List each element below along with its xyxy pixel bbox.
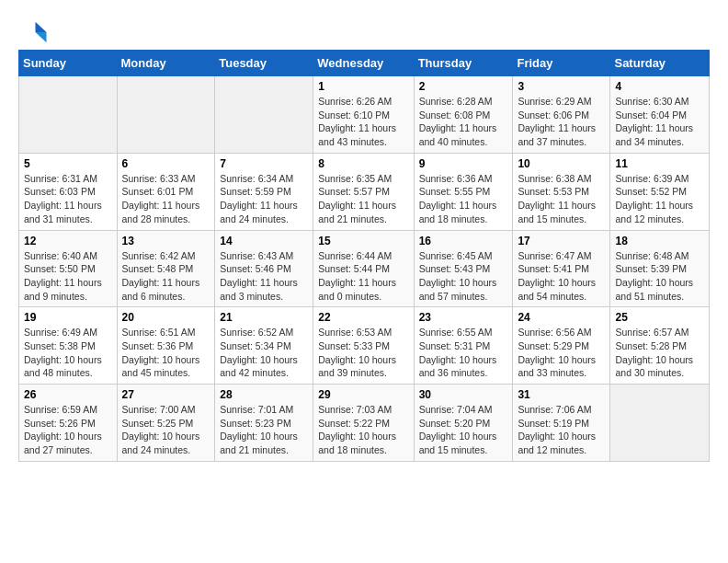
- week-row-1: 1Sunrise: 6:26 AMSunset: 6:10 PMDaylight…: [19, 76, 710, 154]
- day-number: 19: [24, 311, 112, 324]
- day-info: Sunrise: 6:49 AMSunset: 5:38 PMDaylight:…: [24, 326, 112, 380]
- day-info: Sunrise: 6:28 AMSunset: 6:08 PMDaylight:…: [419, 95, 508, 149]
- day-number: 6: [122, 157, 210, 170]
- day-cell: 1Sunrise: 6:26 AMSunset: 6:10 PMDaylight…: [313, 76, 414, 154]
- day-number: 10: [518, 157, 605, 170]
- day-cell: 16Sunrise: 6:45 AMSunset: 5:43 PMDayligh…: [414, 230, 513, 307]
- day-number: 28: [220, 388, 308, 401]
- day-info: Sunrise: 6:51 AMSunset: 5:36 PMDaylight:…: [122, 326, 210, 380]
- day-cell: [117, 76, 215, 154]
- day-info: Sunrise: 6:48 AMSunset: 5:39 PMDaylight:…: [615, 249, 704, 304]
- day-cell: 22Sunrise: 6:53 AMSunset: 5:33 PMDayligh…: [313, 307, 414, 385]
- day-cell: 6Sunrise: 6:33 AMSunset: 6:01 PMDaylight…: [117, 153, 215, 230]
- day-number: 16: [419, 235, 508, 247]
- day-number: 27: [122, 388, 210, 401]
- day-number: 25: [615, 311, 704, 324]
- day-number: 1: [318, 80, 408, 93]
- day-info: Sunrise: 6:55 AMSunset: 5:31 PMDaylight:…: [419, 326, 508, 380]
- day-cell: 5Sunrise: 6:31 AMSunset: 6:03 PMDaylight…: [19, 153, 118, 230]
- col-header-thursday: Thursday: [414, 51, 513, 76]
- day-cell: 30Sunrise: 7:04 AMSunset: 5:20 PMDayligh…: [414, 385, 513, 462]
- day-number: 8: [318, 157, 408, 170]
- day-info: Sunrise: 7:03 AMSunset: 5:22 PMDaylight:…: [318, 403, 408, 457]
- day-number: 13: [122, 235, 210, 247]
- week-row-4: 19Sunrise: 6:49 AMSunset: 5:38 PMDayligh…: [19, 307, 710, 385]
- day-cell: 8Sunrise: 6:35 AMSunset: 5:57 PMDaylight…: [313, 153, 414, 230]
- day-info: Sunrise: 6:56 AMSunset: 5:29 PMDaylight:…: [518, 326, 605, 380]
- day-cell: 29Sunrise: 7:03 AMSunset: 5:22 PMDayligh…: [313, 385, 414, 462]
- day-number: 23: [419, 311, 508, 324]
- day-cell: [19, 76, 118, 154]
- day-cell: 3Sunrise: 6:29 AMSunset: 6:06 PMDaylight…: [513, 76, 610, 154]
- day-cell: 24Sunrise: 6:56 AMSunset: 5:29 PMDayligh…: [513, 307, 610, 385]
- week-row-2: 5Sunrise: 6:31 AMSunset: 6:03 PMDaylight…: [19, 153, 710, 230]
- day-number: 14: [220, 235, 308, 247]
- day-info: Sunrise: 6:43 AMSunset: 5:46 PMDaylight:…: [220, 249, 308, 304]
- day-number: 17: [518, 235, 605, 247]
- day-cell: 26Sunrise: 6:59 AMSunset: 5:26 PMDayligh…: [19, 385, 118, 462]
- day-info: Sunrise: 6:42 AMSunset: 5:48 PMDaylight:…: [122, 249, 210, 304]
- day-info: Sunrise: 6:36 AMSunset: 5:55 PMDaylight:…: [419, 172, 508, 226]
- day-info: Sunrise: 7:00 AMSunset: 5:25 PMDaylight:…: [122, 403, 210, 457]
- day-info: Sunrise: 6:44 AMSunset: 5:44 PMDaylight:…: [318, 249, 408, 304]
- day-cell: 9Sunrise: 6:36 AMSunset: 5:55 PMDaylight…: [414, 153, 513, 230]
- day-number: 15: [318, 235, 408, 247]
- day-cell: 15Sunrise: 6:44 AMSunset: 5:44 PMDayligh…: [313, 230, 414, 307]
- day-info: Sunrise: 6:47 AMSunset: 5:41 PMDaylight:…: [518, 249, 605, 304]
- page-header: [18, 18, 710, 46]
- day-number: 12: [24, 235, 112, 247]
- logo-icon: [20, 18, 48, 46]
- day-cell: 17Sunrise: 6:47 AMSunset: 5:41 PMDayligh…: [513, 230, 610, 307]
- day-info: Sunrise: 6:59 AMSunset: 5:26 PMDaylight:…: [24, 403, 112, 457]
- day-cell: 27Sunrise: 7:00 AMSunset: 5:25 PMDayligh…: [117, 385, 215, 462]
- day-info: Sunrise: 6:34 AMSunset: 5:59 PMDaylight:…: [220, 172, 308, 226]
- week-row-5: 26Sunrise: 6:59 AMSunset: 5:26 PMDayligh…: [19, 385, 710, 462]
- logo: [18, 18, 48, 46]
- day-info: Sunrise: 6:30 AMSunset: 6:04 PMDaylight:…: [615, 95, 704, 149]
- day-number: 3: [518, 80, 605, 93]
- day-info: Sunrise: 6:29 AMSunset: 6:06 PMDaylight:…: [518, 95, 605, 149]
- col-header-wednesday: Wednesday: [313, 51, 414, 76]
- day-cell: 31Sunrise: 7:06 AMSunset: 5:19 PMDayligh…: [513, 385, 610, 462]
- day-cell: 13Sunrise: 6:42 AMSunset: 5:48 PMDayligh…: [117, 230, 215, 307]
- day-info: Sunrise: 6:57 AMSunset: 5:28 PMDaylight:…: [615, 326, 704, 380]
- day-number: 11: [615, 157, 704, 170]
- day-info: Sunrise: 6:26 AMSunset: 6:10 PMDaylight:…: [318, 95, 408, 149]
- day-cell: 21Sunrise: 6:52 AMSunset: 5:34 PMDayligh…: [215, 307, 313, 385]
- day-number: 26: [24, 388, 112, 401]
- day-info: Sunrise: 6:40 AMSunset: 5:50 PMDaylight:…: [24, 249, 112, 304]
- day-info: Sunrise: 6:38 AMSunset: 5:53 PMDaylight:…: [518, 172, 605, 226]
- day-info: Sunrise: 7:04 AMSunset: 5:20 PMDaylight:…: [419, 403, 508, 457]
- day-number: 2: [419, 80, 508, 93]
- col-header-saturday: Saturday: [610, 51, 710, 76]
- week-row-3: 12Sunrise: 6:40 AMSunset: 5:50 PMDayligh…: [19, 230, 710, 307]
- day-cell: 11Sunrise: 6:39 AMSunset: 5:52 PMDayligh…: [610, 153, 710, 230]
- day-cell: 10Sunrise: 6:38 AMSunset: 5:53 PMDayligh…: [513, 153, 610, 230]
- day-cell: 23Sunrise: 6:55 AMSunset: 5:31 PMDayligh…: [414, 307, 513, 385]
- day-number: 31: [518, 388, 605, 401]
- day-number: 5: [24, 157, 112, 170]
- day-number: 9: [419, 157, 508, 170]
- day-number: 29: [318, 388, 408, 401]
- day-cell: 19Sunrise: 6:49 AMSunset: 5:38 PMDayligh…: [19, 307, 118, 385]
- day-info: Sunrise: 6:53 AMSunset: 5:33 PMDaylight:…: [318, 326, 408, 380]
- day-info: Sunrise: 6:35 AMSunset: 5:57 PMDaylight:…: [318, 172, 408, 226]
- day-cell: 25Sunrise: 6:57 AMSunset: 5:28 PMDayligh…: [610, 307, 710, 385]
- day-info: Sunrise: 6:45 AMSunset: 5:43 PMDaylight:…: [419, 249, 508, 304]
- day-number: 22: [318, 311, 408, 324]
- day-cell: 12Sunrise: 6:40 AMSunset: 5:50 PMDayligh…: [19, 230, 118, 307]
- calendar-table: SundayMondayTuesdayWednesdayThursdayFrid…: [18, 50, 710, 462]
- col-header-monday: Monday: [117, 51, 215, 76]
- day-number: 4: [615, 80, 704, 93]
- day-info: Sunrise: 7:06 AMSunset: 5:19 PMDaylight:…: [518, 403, 605, 457]
- day-cell: 18Sunrise: 6:48 AMSunset: 5:39 PMDayligh…: [610, 230, 710, 307]
- svg-marker-0: [36, 22, 47, 32]
- header-row: SundayMondayTuesdayWednesdayThursdayFrid…: [19, 51, 710, 76]
- day-number: 7: [220, 157, 308, 170]
- day-cell: 2Sunrise: 6:28 AMSunset: 6:08 PMDaylight…: [414, 76, 513, 154]
- day-info: Sunrise: 6:31 AMSunset: 6:03 PMDaylight:…: [24, 172, 112, 226]
- col-header-tuesday: Tuesday: [215, 51, 313, 76]
- svg-marker-1: [36, 32, 47, 42]
- col-header-sunday: Sunday: [19, 51, 118, 76]
- day-info: Sunrise: 7:01 AMSunset: 5:23 PMDaylight:…: [220, 403, 308, 457]
